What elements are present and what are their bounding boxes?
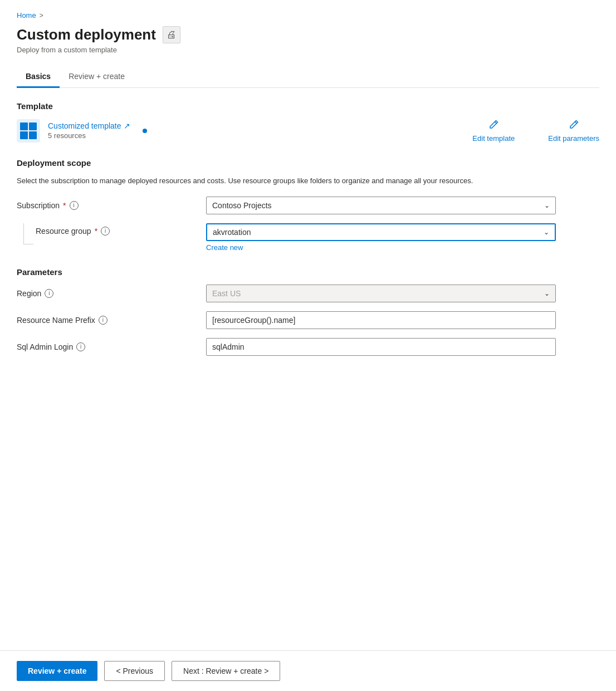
subscription-dropdown[interactable]: Contoso Projects ⌄	[206, 197, 556, 214]
resource-group-info-icon[interactable]: i	[101, 227, 110, 236]
subscription-dropdown-arrow: ⌄	[544, 202, 550, 209]
resource-group-required: *	[95, 227, 97, 236]
subscription-label: Subscription * i	[17, 201, 206, 210]
template-name-link[interactable]: Customized template ↗	[48, 121, 130, 130]
template-row: Customized template ↗ 5 resources Edit t…	[17, 119, 599, 143]
edit-parameters-icon	[568, 119, 580, 131]
template-card: Customized template ↗ 5 resources	[17, 119, 439, 143]
external-link-icon: ↗	[124, 121, 130, 130]
region-dropdown-arrow: ⌄	[544, 290, 550, 297]
resource-group-label: Resource group * i	[36, 223, 110, 236]
sql-admin-login-input[interactable]	[206, 338, 556, 356]
region-dropdown[interactable]: East US ⌄	[206, 285, 556, 302]
svg-rect-2	[29, 122, 37, 130]
template-section: Template Customized template ↗ 5 resourc…	[17, 101, 599, 143]
indent-line	[23, 223, 33, 244]
svg-rect-4	[29, 131, 37, 139]
scope-description: Select the subscription to manage deploy…	[17, 175, 473, 187]
page-subtitle: Deploy from a custom template	[17, 46, 599, 54]
edit-parameters-button[interactable]: Edit parameters	[548, 119, 599, 143]
sql-admin-login-control	[206, 338, 556, 356]
resource-group-control: akvrotation ⌄ Create new	[206, 223, 556, 252]
breadcrumb-home[interactable]: Home	[17, 11, 36, 19]
subscription-required: *	[63, 201, 66, 210]
region-info-icon[interactable]: i	[45, 289, 53, 298]
subscription-info-icon[interactable]: i	[70, 201, 79, 210]
breadcrumb-separator: >	[40, 12, 43, 19]
bottom-bar: Review + create < Previous Next : Review…	[0, 650, 616, 691]
parameters-section: Parameters Region i East US ⌄ Resource N…	[17, 267, 599, 356]
template-info: Customized template ↗ 5 resources	[48, 121, 130, 140]
resource-group-value: akvrotation	[213, 228, 251, 237]
edit-template-button[interactable]: Edit template	[472, 119, 515, 143]
svg-rect-1	[20, 122, 28, 130]
create-new-link[interactable]: Create new	[206, 243, 243, 252]
page-title: Custom deployment	[17, 26, 156, 43]
sql-admin-login-info-icon[interactable]: i	[76, 342, 85, 351]
edit-template-label: Edit template	[472, 134, 515, 143]
tab-basics[interactable]: Basics	[17, 67, 60, 88]
region-label: Region i	[17, 289, 206, 298]
parameters-title: Parameters	[17, 267, 599, 277]
resource-group-indent: Resource group * i	[17, 223, 206, 244]
resource-name-prefix-input[interactable]	[206, 311, 556, 329]
tab-review-create[interactable]: Review + create	[60, 67, 134, 88]
page-header: Custom deployment 🖨	[17, 26, 599, 43]
subscription-control: Contoso Projects ⌄	[206, 197, 556, 214]
previous-button[interactable]: < Previous	[104, 661, 165, 681]
print-button[interactable]: 🖨	[163, 26, 180, 43]
sql-admin-login-label: Sql Admin Login i	[17, 342, 206, 351]
breadcrumb: Home >	[17, 11, 599, 19]
deployment-scope-section: Deployment scope Select the subscription…	[17, 158, 599, 252]
resource-name-prefix-row: Resource Name Prefix i	[17, 311, 599, 329]
template-icon	[17, 119, 40, 143]
region-control: East US ⌄	[206, 285, 556, 302]
deployment-scope-title: Deployment scope	[17, 158, 599, 168]
subscription-value: Contoso Projects	[212, 201, 272, 210]
resource-name-prefix-info-icon[interactable]: i	[99, 316, 107, 325]
next-button[interactable]: Next : Review + create >	[172, 661, 280, 681]
region-row: Region i East US ⌄	[17, 285, 599, 302]
sql-admin-login-row: Sql Admin Login i	[17, 338, 599, 356]
resource-group-dropdown-arrow: ⌄	[544, 228, 549, 236]
tabs-bar: Basics Review + create	[17, 67, 599, 88]
template-section-title: Template	[17, 101, 599, 111]
region-value: East US	[212, 289, 241, 298]
edit-template-icon	[487, 119, 500, 131]
svg-rect-3	[20, 131, 28, 139]
resource-count: 5 resources	[48, 131, 130, 140]
dot-indicator	[143, 129, 147, 133]
subscription-row: Subscription * i Contoso Projects ⌄	[17, 197, 599, 214]
resource-group-dropdown[interactable]: akvrotation ⌄	[206, 223, 556, 241]
review-create-button[interactable]: Review + create	[17, 661, 97, 681]
resource-name-prefix-label: Resource Name Prefix i	[17, 316, 206, 325]
resource-group-row: Resource group * i akvrotation ⌄ Create …	[17, 223, 599, 252]
edit-parameters-label: Edit parameters	[548, 134, 599, 143]
resource-name-prefix-control	[206, 311, 556, 329]
